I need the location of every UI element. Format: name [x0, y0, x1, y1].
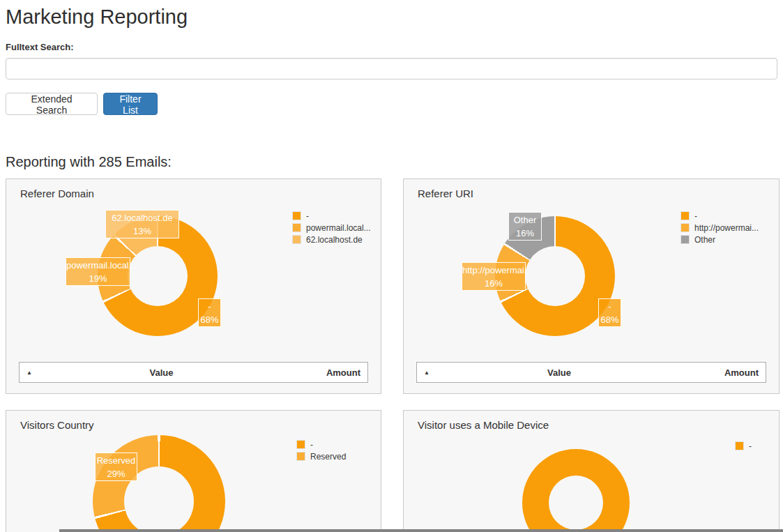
- slice-label-name: Other: [509, 213, 541, 227]
- legend-item: Other: [681, 234, 759, 245]
- filter-list-button[interactable]: Filter List: [103, 93, 158, 115]
- legend-swatch: [681, 211, 690, 220]
- panel-referer-uri: Referer URI Other 16% http://powermai...…: [403, 178, 780, 394]
- bottom-gray-bar: [59, 529, 783, 532]
- slice-label-pct: 16%: [509, 227, 541, 240]
- column-header-value[interactable]: Value: [436, 367, 682, 378]
- legend-swatch: [296, 452, 305, 461]
- column-header-amount[interactable]: Amount: [284, 367, 367, 378]
- slice-label-name: powermail.local...: [66, 259, 130, 272]
- legend-swatch: [296, 440, 305, 449]
- sort-arrow-icon[interactable]: ▲: [417, 370, 436, 376]
- panel-title: Referer Domain: [20, 188, 94, 199]
- legend-swatch: [681, 235, 690, 244]
- extended-search-button[interactable]: Extended Search: [6, 93, 98, 115]
- panel-visitors-country: Visitors Country Reserved 29% - Reserved: [6, 410, 381, 532]
- fulltext-search-input[interactable]: [6, 58, 777, 79]
- panel-referer-domain: Referer Domain 62.localhost.de 13% power…: [6, 178, 381, 394]
- legend-item: -: [681, 210, 759, 222]
- panel-mobile-device: Visitor uses a Mobile Device -: [403, 410, 780, 532]
- slice-label-pct: 68%: [599, 313, 621, 326]
- slice-label: - 68%: [198, 298, 221, 327]
- slice-label-name: http://powermai...: [462, 264, 525, 277]
- slice-label: Reserved 29%: [95, 453, 137, 481]
- column-header-value[interactable]: Value: [39, 367, 284, 378]
- slice-label: powermail.local... 19%: [66, 257, 130, 286]
- legend-item: http://powermai...: [681, 222, 759, 234]
- results-table-header: ▲ Value Amount: [19, 362, 368, 383]
- slice-label-name: 62.localhost.de: [106, 211, 178, 225]
- legend-swatch: [681, 223, 690, 232]
- legend-swatch: [292, 223, 301, 232]
- panel-title: Referer URI: [418, 188, 473, 199]
- legend-swatch: [292, 235, 301, 244]
- panel-title: Visitor uses a Mobile Device: [418, 419, 549, 431]
- legend-item: -: [735, 440, 752, 452]
- slice-label-pct: 68%: [199, 313, 220, 326]
- slice-label: http://powermai... 16%: [462, 262, 526, 291]
- chart-legend: - http://powermai... Other: [681, 210, 759, 245]
- slice-label: Other 16%: [508, 212, 542, 241]
- slice-label: 62.localhost.de 13%: [105, 210, 179, 238]
- slice-label-pct: 29%: [96, 467, 137, 480]
- legend-item: 62.localhost.de: [292, 234, 371, 245]
- chart-legend: - powermail.local... 62.localhost.de: [292, 210, 371, 245]
- legend-item: Reserved: [296, 450, 346, 462]
- donut-hole: [128, 246, 188, 306]
- slice-label-name: Reserved: [96, 454, 137, 467]
- legend-item: powermail.local...: [292, 222, 371, 234]
- slice-label-name: -: [199, 300, 220, 313]
- fulltext-search-label: Fulltext Search:: [6, 42, 74, 52]
- donut-hole: [549, 476, 603, 530]
- slice-label-pct: 13%: [106, 225, 178, 238]
- results-table-header: ▲ Value Amount: [416, 362, 766, 383]
- chart-legend: -: [735, 440, 752, 452]
- legend-swatch: [735, 441, 744, 450]
- marketing-reporting-page: Marketing Reporting Fulltext Search: Ext…: [0, 0, 783, 532]
- donut-hole: [525, 246, 585, 306]
- sort-arrow-icon[interactable]: ▲: [20, 370, 39, 376]
- reporting-heading: Reporting with 285 Emails:: [6, 154, 172, 170]
- legend-item: -: [296, 439, 346, 450]
- column-header-amount[interactable]: Amount: [682, 367, 766, 378]
- legend-item: -: [292, 210, 371, 222]
- legend-swatch: [292, 211, 301, 220]
- slice-label-pct: 19%: [66, 272, 130, 285]
- slice-label: - 68%: [598, 298, 621, 327]
- panel-title: Visitors Country: [20, 419, 94, 431]
- page-title: Marketing Reporting: [6, 6, 188, 29]
- slice-label-pct: 16%: [462, 277, 525, 290]
- slice-label-name: -: [599, 300, 621, 313]
- chart-legend: - Reserved: [296, 439, 346, 462]
